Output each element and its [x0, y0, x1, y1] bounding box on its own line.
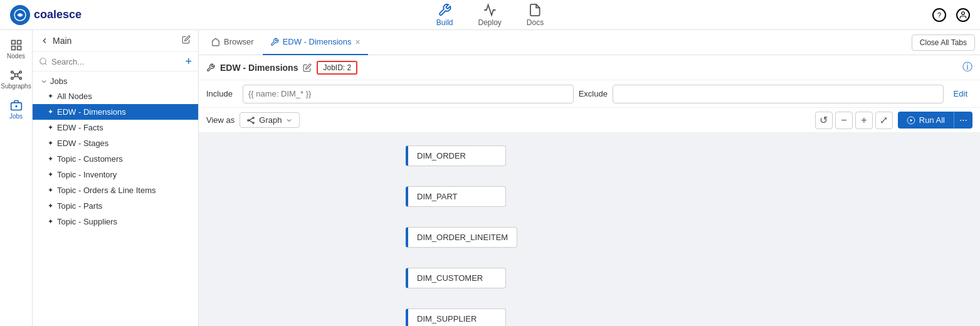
svg-line-12	[13, 72, 15, 74]
graph-canvas: DIM_ORDER DIM_PART DIM_ORDER_LINEITEM DI…	[199, 133, 980, 326]
browser-tab-icon	[211, 38, 220, 46]
node-dim-part-label: DIM_PART	[417, 192, 458, 201]
edit-workspace-icon[interactable]	[182, 35, 191, 46]
sidebar-item-nodes[interactable]: Nodes	[3, 35, 30, 63]
help-icon[interactable]: ?	[932, 8, 946, 22]
run-all-button[interactable]: Run All	[898, 112, 954, 129]
svg-line-20	[45, 63, 47, 65]
filter-edit-link[interactable]: Edit	[949, 89, 972, 98]
view-bar-right: ↺ − + ⤢ Run All ⋯	[815, 112, 972, 129]
topic-suppliers-icon: ✦	[48, 218, 53, 226]
tree-item-all-nodes[interactable]: ✦ All Nodes	[33, 88, 198, 104]
search-input[interactable]	[51, 57, 181, 66]
edw-facts-label: EDW - Facts	[57, 123, 103, 132]
svg-point-1	[19, 14, 21, 16]
view-as-label: View as	[206, 115, 234, 125]
svg-line-25	[249, 120, 253, 123]
job-id-badge: JobID: 2	[317, 61, 357, 75]
exclude-label: Exclude	[579, 89, 608, 98]
nav-right: ?	[932, 8, 970, 22]
search-icon	[39, 57, 48, 66]
view-bar: View as Graph ↺ − + ⤢	[199, 108, 980, 133]
editor-edit-icon[interactable]	[303, 63, 312, 72]
refresh-button[interactable]: ↺	[815, 112, 833, 129]
editor-header: EDW - Dimensions JobID: 2 ⓘ	[199, 55, 980, 80]
svg-point-23	[253, 122, 254, 123]
svg-rect-6	[17, 46, 21, 50]
editor-title: EDW - Dimensions JobID: 2	[206, 61, 357, 75]
brand-logo	[10, 5, 30, 25]
sidebar-tree: Jobs ✦ All Nodes ✦ EDW - Dimensions ✦ ED…	[33, 71, 198, 326]
filter-bar: Include Exclude Edit	[199, 80, 980, 108]
svg-line-14	[13, 76, 15, 78]
edw-facts-icon: ✦	[48, 124, 53, 132]
jobs-group-header[interactable]: Jobs	[33, 74, 198, 88]
edw-stages-label: EDW - Stages	[57, 139, 108, 148]
node-dim-customer-label: DIM_CUSTOMER	[417, 273, 483, 283]
tree-item-topic-orders[interactable]: ✦ Topic - Orders & Line Items	[33, 182, 198, 198]
all-nodes-label: All Nodes	[57, 92, 92, 101]
zoom-in-button[interactable]: +	[855, 112, 873, 129]
topic-customers-icon: ✦	[48, 155, 53, 163]
tab-browser[interactable]: Browser	[204, 30, 261, 55]
sidebar-item-subgraphs[interactable]: Subgraphs	[3, 65, 30, 93]
topic-suppliers-label: Topic - Suppliers	[57, 217, 117, 226]
svg-rect-4	[17, 40, 21, 44]
svg-point-11	[19, 77, 21, 79]
play-circle-icon	[907, 116, 915, 125]
run-all-more-button[interactable]: ⋯	[954, 112, 972, 129]
topic-inventory-icon: ✦	[48, 171, 53, 179]
node-dim-order[interactable]: DIM_ORDER	[406, 145, 506, 166]
topic-customers-label: Topic - Customers	[57, 154, 123, 164]
nav-build[interactable]: Build	[436, 3, 453, 27]
close-all-tabs-button[interactable]: Close All Tabs	[912, 34, 975, 51]
include-input[interactable]	[243, 85, 574, 103]
nav-docs[interactable]: Docs	[527, 3, 544, 27]
tree-item-topic-customers[interactable]: ✦ Topic - Customers	[33, 151, 198, 167]
editor-help-icon[interactable]: ⓘ	[962, 61, 972, 74]
editor-wrench-icon	[206, 63, 215, 72]
node-dim-part[interactable]: DIM_PART	[406, 186, 506, 207]
tree-item-topic-inventory[interactable]: ✦ Topic - Inventory	[33, 167, 198, 182]
svg-line-15	[17, 76, 19, 78]
svg-rect-5	[11, 46, 15, 50]
run-all-group: Run All ⋯	[898, 112, 972, 129]
tab-edw-dimensions[interactable]: EDW - Dimensions ×	[263, 30, 368, 55]
edw-dimensions-icon: ✦	[48, 108, 53, 116]
topic-orders-label: Topic - Orders & Line Items	[57, 186, 156, 195]
node-dim-order-label: DIM_ORDER	[417, 151, 466, 160]
brand-area: coalesce	[10, 5, 82, 25]
sidebar-item-jobs[interactable]: Jobs	[3, 95, 30, 123]
view-mode-select[interactable]: Graph	[240, 112, 300, 128]
tree-item-edw-facts[interactable]: ✦ EDW - Facts	[33, 120, 198, 135]
svg-point-8	[11, 71, 13, 73]
zoom-out-button[interactable]: −	[835, 112, 853, 129]
brand-name: coalesce	[34, 8, 82, 21]
exclude-input[interactable]	[613, 85, 944, 103]
fit-button[interactable]: ⤢	[875, 112, 893, 129]
topic-orders-icon: ✦	[48, 186, 53, 194]
tree-item-edw-dimensions[interactable]: ✦ EDW - Dimensions	[33, 104, 198, 120]
brand: coalesce	[10, 5, 82, 25]
svg-point-22	[253, 117, 254, 118]
jobs-group-label: Jobs	[50, 76, 67, 86]
svg-point-21	[248, 119, 249, 120]
topic-parts-icon: ✦	[48, 202, 53, 210]
tree-item-topic-suppliers[interactable]: ✦ Topic - Suppliers	[33, 214, 198, 229]
sidebar: Main + Jobs ✦	[33, 30, 199, 326]
nav-deploy[interactable]: Deploy	[478, 3, 501, 27]
back-button[interactable]: Main	[40, 36, 71, 46]
user-icon[interactable]	[956, 8, 970, 22]
main-layout: Nodes Subgraphs Jobs M	[0, 30, 980, 326]
node-dim-supplier[interactable]: DIM_SUPPLIER	[406, 308, 506, 326]
svg-line-13	[17, 72, 19, 74]
add-button[interactable]: +	[185, 56, 192, 67]
view-bar-left: View as Graph	[206, 112, 300, 128]
tree-item-topic-parts[interactable]: ✦ Topic - Parts	[33, 198, 198, 214]
tab-close-icon[interactable]: ×	[355, 37, 360, 47]
nodes-label: Nodes	[7, 53, 25, 60]
node-dim-order-lineitem[interactable]: DIM_ORDER_LINEITEM	[406, 227, 517, 248]
svg-rect-3	[11, 40, 15, 44]
tree-item-edw-stages[interactable]: ✦ EDW - Stages	[33, 135, 198, 151]
node-dim-customer[interactable]: DIM_CUSTOMER	[406, 268, 506, 288]
